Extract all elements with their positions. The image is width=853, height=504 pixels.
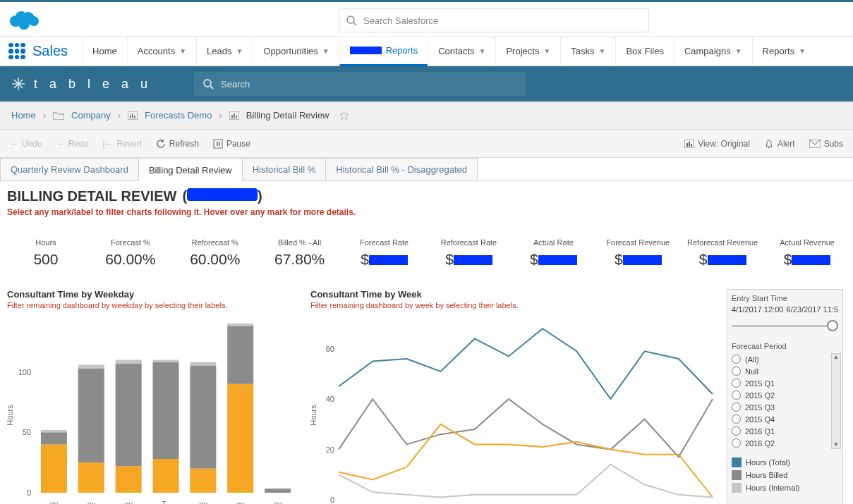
breadcrumb-home[interactable]: Home — [11, 110, 36, 121]
date-slider[interactable] — [732, 318, 838, 335]
nav-home[interactable]: Home — [82, 37, 127, 66]
filter-option[interactable]: 2015 Q2 — [732, 389, 838, 401]
alert-button[interactable]: Alert — [764, 139, 795, 149]
legend-item[interactable]: Hours Billed — [732, 469, 838, 481]
filter-option[interactable]: 2015 Q3 — [732, 401, 838, 413]
line-series[interactable] — [339, 328, 713, 399]
kpi-card[interactable]: Actual Revenue$ — [768, 238, 846, 268]
nav-tasks[interactable]: Tasks▼ — [560, 37, 615, 66]
radio-input[interactable] — [732, 391, 741, 400]
redo-button[interactable]: →Redo — [56, 139, 89, 149]
legend-item[interactable]: Hours (Total) — [732, 456, 838, 469]
bar-segment[interactable] — [41, 432, 67, 444]
radio-input[interactable] — [732, 402, 741, 412]
bar-segment[interactable] — [190, 469, 216, 493]
bar-segment[interactable] — [265, 488, 291, 489]
revert-button[interactable]: |←Revert — [102, 139, 141, 149]
star-icon[interactable] — [339, 111, 349, 121]
nav-campaigns[interactable]: Campaigns▼ — [674, 37, 752, 66]
line-series[interactable] — [339, 424, 713, 498]
chart-icon — [684, 140, 694, 148]
kpi-card[interactable]: Reforecast %60.00% — [176, 238, 254, 268]
bar-segment[interactable] — [227, 384, 253, 493]
radio-input[interactable] — [732, 355, 741, 364]
tab-quarterly-review[interactable]: Quarterly Review Dashboard — [0, 158, 139, 180]
pause-button[interactable]: Pause — [213, 139, 250, 149]
bar-segment[interactable] — [153, 362, 179, 459]
kpi-card[interactable]: Forecast Revenue$ — [599, 238, 677, 268]
radio-input[interactable] — [732, 414, 741, 424]
filter-panel: Entry Start Time 4/1/2017 12:006/23/2017… — [727, 289, 843, 504]
bar-segment[interactable] — [116, 359, 142, 363]
app-name: Sales — [32, 43, 68, 59]
tab-historical-bill[interactable]: Historical Bill % — [242, 158, 327, 180]
nav-leads[interactable]: Leads▼ — [196, 37, 253, 66]
kpi-value: $ — [514, 251, 592, 268]
filter-option[interactable]: 2015 Q1 — [732, 377, 838, 389]
bar-segment[interactable] — [78, 364, 104, 368]
filter-option[interactable]: 2016 Q1 — [732, 425, 838, 437]
breadcrumb-forecasts[interactable]: Forecasts Demo — [145, 110, 212, 121]
scrollbar[interactable]: ▲ ▼ — [831, 353, 841, 449]
filter-option[interactable]: 2016 Q2 — [732, 437, 838, 449]
tab-historical-bill-disagg[interactable]: Historical Bill % - Disaggregated — [325, 158, 478, 180]
filter-option[interactable]: (All) — [732, 353, 838, 365]
kpi-card[interactable]: Billed % - All67.80% — [261, 238, 339, 268]
filter-label: Entry Start Time — [732, 294, 838, 302]
kpi-card[interactable]: Reforecast Revenue$ — [684, 238, 761, 268]
app-launcher-icon[interactable] — [8, 43, 25, 60]
folder-icon — [53, 111, 64, 120]
kpi-value: 60.00% — [92, 251, 169, 268]
breadcrumb-company[interactable]: Company — [71, 110, 111, 121]
radio-input[interactable] — [732, 367, 741, 376]
bar-segment[interactable] — [227, 324, 253, 326]
kpi-card[interactable]: Actual Rate$ — [514, 238, 592, 268]
refresh-button[interactable]: Refresh — [156, 139, 199, 149]
tableau-search[interactable]: Search — [194, 72, 526, 96]
bar-segment[interactable] — [41, 430, 67, 432]
subscribe-button[interactable]: Subs — [809, 139, 843, 149]
bar-segment[interactable] — [153, 359, 179, 362]
line-chart[interactable]: 0204060 — [310, 316, 720, 504]
bar-segment[interactable] — [78, 368, 104, 462]
tab-billing-detail[interactable]: Billing Detail Review — [138, 159, 243, 181]
bar-segment[interactable] — [41, 444, 67, 493]
view-button[interactable]: View: Original — [684, 139, 750, 149]
tableau-logo[interactable]: t a b l e a u — [10, 75, 152, 92]
kpi-card[interactable]: Forecast Rate$ — [346, 238, 423, 268]
nav-reports-active[interactable]: Reports — [339, 37, 428, 66]
bar-segment[interactable] — [227, 326, 253, 383]
nav-boxfiles[interactable]: Box Files — [615, 37, 673, 66]
bar-segment[interactable] — [116, 466, 142, 493]
nav-opportunities[interactable]: Opportunities▼ — [253, 37, 339, 66]
bar-segment[interactable] — [78, 462, 104, 493]
svg-rect-14 — [130, 115, 131, 118]
nav-projects[interactable]: Projects▼ — [495, 37, 560, 66]
undo-button[interactable]: ←Undo — [10, 139, 42, 149]
kpi-label: Hours — [7, 238, 85, 247]
bar-segment[interactable] — [265, 489, 291, 493]
chevron-down-icon: ▼ — [179, 47, 186, 55]
filter-option[interactable]: 2015 Q4 — [732, 413, 838, 425]
kpi-card[interactable]: Reforecast Rate$ — [430, 238, 508, 268]
radio-input[interactable] — [732, 379, 741, 388]
filter-option[interactable]: Null — [732, 365, 838, 377]
svg-text:50: 50 — [23, 428, 31, 436]
radio-input[interactable] — [732, 426, 741, 436]
svg-text:0: 0 — [27, 488, 31, 497]
salesforce-search[interactable]: Search Salesforce — [339, 8, 649, 32]
line-series[interactable] — [339, 399, 713, 457]
bar-segment[interactable] — [153, 459, 179, 493]
kpi-card[interactable]: Forecast %60.00% — [92, 238, 169, 268]
kpi-card[interactable]: Hours500 — [7, 238, 85, 268]
bar-segment[interactable] — [116, 364, 142, 467]
nav-contacts[interactable]: Contacts▼ — [428, 37, 495, 66]
radio-input[interactable] — [732, 438, 741, 448]
legend-item[interactable]: Hours (Internal) — [732, 481, 838, 494]
bar-segment[interactable] — [190, 362, 216, 366]
bar-chart[interactable]: 050100eyeyeyT..eyeyey — [7, 316, 303, 504]
bar-segment[interactable] — [190, 366, 216, 469]
nav-reports2[interactable]: Reports▼ — [752, 37, 816, 66]
line-series[interactable] — [339, 465, 713, 497]
nav-accounts[interactable]: Accounts▼ — [127, 37, 196, 66]
